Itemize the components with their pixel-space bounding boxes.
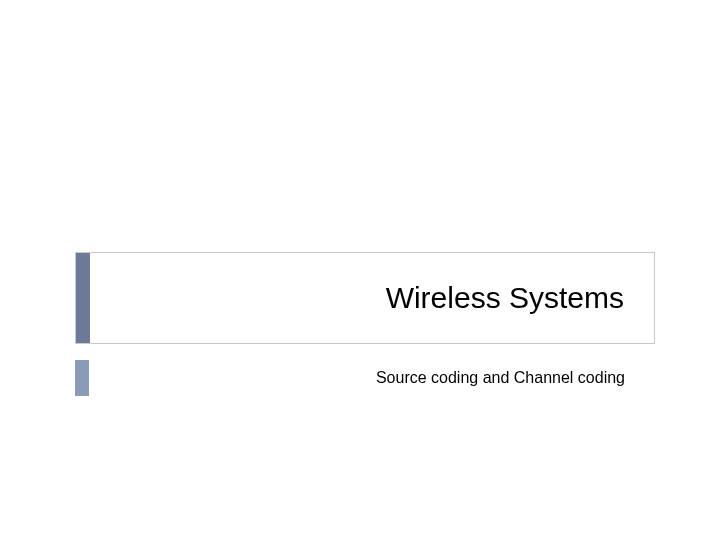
subtitle-accent-bar: [75, 360, 89, 396]
slide-title-block: Wireless Systems: [75, 252, 655, 344]
slide-subtitle-block: Source coding and Channel coding: [75, 360, 655, 396]
slide-title: Wireless Systems: [90, 253, 654, 343]
title-accent-bar: [76, 253, 90, 343]
slide-subtitle: Source coding and Channel coding: [89, 360, 655, 396]
